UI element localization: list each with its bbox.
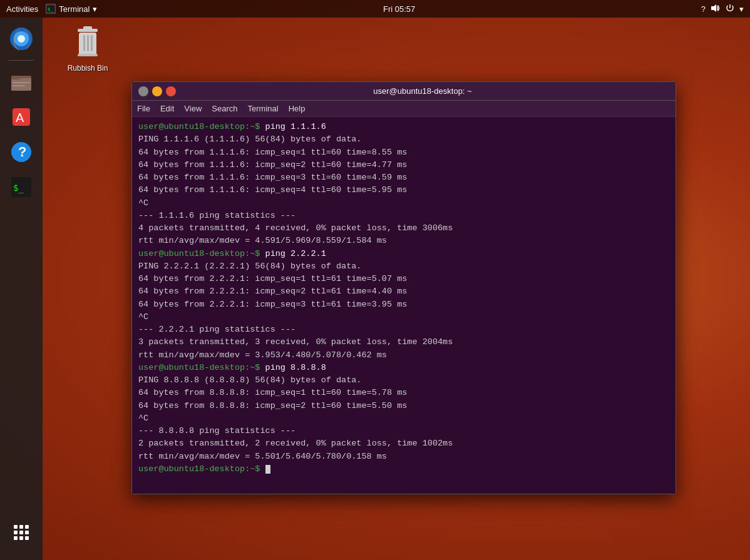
dock: A ? $_: [0, 18, 43, 560]
dock-item-files[interactable]: [6, 67, 36, 97]
terminal-line-4: 64 bytes from 1.1.1.6: icmp_seq=2 ttl=60…: [138, 159, 669, 171]
terminal-line-10: rtt min/avg/max/mdev = 4.591/5.969/8.559…: [138, 235, 669, 247]
menu-edit[interactable]: Edit: [160, 104, 174, 113]
terminal-line-25: --- 8.8.8.8 ping statistics ---: [138, 425, 669, 437]
settings-arrow[interactable]: ▾: [739, 4, 744, 14]
terminal-line-19: rtt min/avg/max/mdev = 3.953/4.480/5.078…: [138, 349, 669, 362]
terminal-titlebar: user@ubuntu18-desktop: ~: [132, 82, 676, 101]
terminal-line-27: rtt min/avg/max/mdev = 5.501/5.640/5.780…: [138, 451, 669, 463]
terminal-line-26: 2 packets transmitted, 2 received, 0% pa…: [138, 437, 669, 450]
maximize-button[interactable]: [152, 86, 162, 96]
terminal-line-17: --- 2.2.2.1 ping statistics ---: [138, 323, 669, 336]
terminal-line-5: 64 bytes from 1.1.1.6: icmp_seq=3 ttl=60…: [138, 171, 669, 184]
terminal-line-28[interactable]: user@ubuntu18-desktop:~$: [138, 463, 669, 476]
terminal-line-7: ^C: [138, 197, 669, 210]
terminal-line-14: 64 bytes from 2.2.2.1: icmp_seq=2 ttl=61…: [138, 285, 669, 298]
terminal-line-13: 64 bytes from 2.2.2.1: icmp_seq=1 ttl=61…: [138, 273, 669, 285]
terminal-line-15: 64 bytes from 2.2.2.1: icmp_seq=3 ttl=61…: [138, 298, 669, 311]
terminal-line-16: ^C: [138, 311, 669, 323]
svg-rect-9: [13, 82, 30, 83]
help-indicator[interactable]: ?: [701, 4, 706, 14]
terminal-app-icon: $_: [46, 4, 56, 14]
svg-text:$_: $_: [48, 7, 53, 12]
activities-button[interactable]: Activities: [6, 4, 38, 14]
dock-item-software[interactable]: A: [6, 102, 36, 132]
terminal-menubar: File Edit View Search Terminal Help: [132, 101, 676, 117]
power-icon[interactable]: [726, 4, 734, 14]
svg-point-5: [18, 35, 25, 43]
topbar: Activities $_ Terminal ▾ Fri 05:57 ?: [0, 0, 750, 18]
terminal-line-12: PING 2.2.2.1 (2.2.2.1) 56(84) bytes of d…: [138, 260, 669, 273]
rubbish-bin-icon[interactable]: Rubbish Bin: [59, 25, 116, 73]
terminal-controls: [138, 86, 176, 96]
svg-text:$_: $_: [13, 183, 24, 193]
menu-help[interactable]: Help: [289, 104, 306, 113]
terminal-line-9: 4 packets transmitted, 4 received, 0% pa…: [138, 222, 669, 235]
rubbish-bin-image: [73, 25, 103, 61]
terminal-line-23: 64 bytes from 8.8.8.8: icmp_seq=2 ttl=60…: [138, 400, 669, 412]
terminal-line-24: ^C: [138, 412, 669, 425]
svg-rect-7: [11, 78, 31, 91]
terminal-line-3: 64 bytes from 1.1.1.6: icmp_seq=1 ttl=60…: [138, 146, 669, 159]
terminal-title: user@ubuntu18-desktop: ~: [176, 86, 669, 96]
menu-terminal[interactable]: Terminal: [248, 104, 279, 113]
terminal-line-1: user@ubuntu18-desktop:~$ ping 1.1.1.6: [138, 121, 669, 133]
svg-rect-18: [83, 26, 92, 30]
terminal-line-18: 3 packets transmitted, 3 received, 0% pa…: [138, 336, 669, 349]
svg-rect-10: [13, 85, 25, 86]
topbar-clock[interactable]: Fri 05:57: [383, 4, 415, 14]
svg-text:?: ?: [18, 144, 26, 160]
terminal-line-11: user@ubuntu18-desktop:~$ ping 2.2.2.1: [138, 248, 669, 260]
menu-search[interactable]: Search: [212, 104, 237, 113]
terminal-line-22: 64 bytes from 8.8.8.8: icmp_seq=1 ttl=60…: [138, 387, 669, 399]
dock-app-grid[interactable]: [6, 517, 36, 547]
dock-bottom: [6, 517, 36, 547]
svg-rect-20: [83, 35, 85, 51]
app-grid-icon: [14, 525, 29, 540]
desktop: Activities $_ Terminal ▾ Fri 05:57 ?: [0, 0, 750, 560]
terminal-line-20: user@ubuntu18-desktop:~$ ping 8.8.8.8: [138, 362, 669, 374]
svg-rect-23: [78, 54, 98, 56]
terminal-window: user@ubuntu18-desktop: ~ File Edit View …: [131, 81, 676, 494]
svg-rect-8: [11, 76, 20, 79]
app-name-label: Terminal: [59, 4, 90, 14]
menu-view[interactable]: View: [184, 104, 202, 113]
terminal-line-21: PING 8.8.8.8 (8.8.8.8) 56(84) bytes of d…: [138, 374, 669, 387]
svg-text:A: A: [16, 111, 24, 125]
menu-file[interactable]: File: [137, 104, 150, 113]
dock-divider-1: [9, 60, 34, 61]
svg-rect-22: [91, 35, 93, 51]
dock-item-firefox[interactable]: [6, 24, 36, 54]
terminal-line-6: 64 bytes from 1.1.1.6: icmp_seq=4 ttl=60…: [138, 184, 669, 196]
close-button[interactable]: [166, 86, 176, 96]
rubbish-bin-label: Rubbish Bin: [68, 64, 108, 73]
minimize-button[interactable]: [138, 86, 148, 96]
topbar-app-menu[interactable]: $_ Terminal ▾: [46, 4, 97, 14]
volume-icon[interactable]: [711, 4, 721, 14]
terminal-body[interactable]: user@ubuntu18-desktop:~$ ping 1.1.1.6 PI…: [132, 117, 676, 494]
app-menu-arrow: ▾: [93, 4, 97, 14]
dock-item-help[interactable]: ?: [6, 137, 36, 167]
svg-marker-2: [711, 4, 716, 12]
topbar-left: Activities $_ Terminal ▾: [6, 4, 97, 14]
terminal-line-8: --- 1.1.1.6 ping statistics ---: [138, 210, 669, 222]
terminal-line-2: PING 1.1.1.6 (1.1.1.6) 56(84) bytes of d…: [138, 133, 669, 146]
svg-rect-21: [87, 35, 89, 51]
topbar-right: ? ▾: [701, 4, 744, 14]
dock-item-terminal[interactable]: $_: [6, 172, 36, 202]
